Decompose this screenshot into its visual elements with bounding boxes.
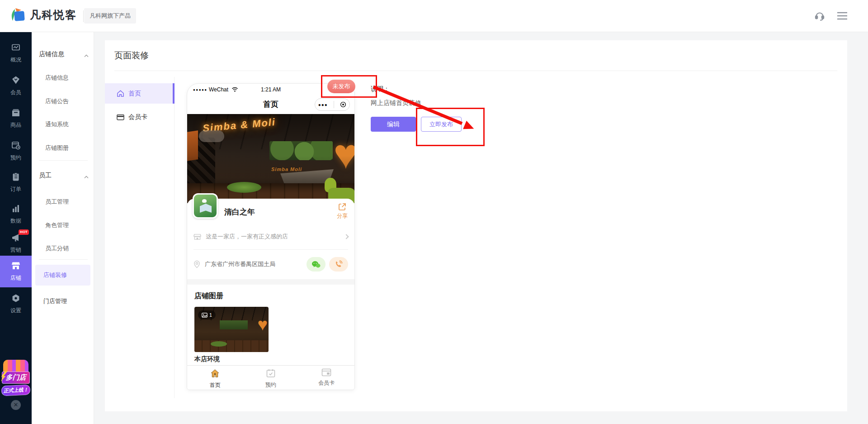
brand-name: 凡科悦客 [30,8,77,22]
annotation-arrow [362,81,497,140]
sidebar-item-shop[interactable]: 店铺 [0,256,32,287]
orders-icon [11,172,20,181]
sidebar-label: 设置 [0,307,32,314]
promo-line1: 多门店 [2,372,30,384]
phone-nav-bar: 首页 ●●● [187,95,354,114]
chevron-up-icon [84,52,89,59]
sidebar-item-marketing[interactable]: HOT 营销 [0,233,32,254]
settings-icon [11,294,20,303]
submenu-item-store-album[interactable]: 店铺图册 [45,144,69,152]
miniprogram-capsule[interactable]: ●●● [315,98,350,111]
submenu-item-staff-manage[interactable]: 员工管理 [45,198,69,206]
card-icon [117,114,124,120]
photo-count: 1 [209,312,212,318]
submenu-item-staff-distribution[interactable]: 员工分销 [45,244,69,252]
top-header: 凡科悦客 凡科网旗下产品 [0,0,868,32]
submenu-item-store-decorate[interactable]: 店铺装修 [35,265,90,286]
data-icon [11,204,20,213]
phone-preview: ●●●●● WeChat 1:21 AM 首页 ●●● [187,83,355,390]
sidebar-item-settings[interactable]: 设置 [0,294,32,314]
header-divider [83,10,84,22]
page-title: 页面装修 [114,50,149,62]
capsule-divider [334,101,334,108]
telephone-icon [335,260,343,268]
calendar-tab-icon [266,368,276,378]
submenu-item-role-manage[interactable]: 角色管理 [45,221,69,229]
sidebar-label: 会员 [0,89,32,96]
chevron-up-icon [84,173,89,180]
tab-label: 首页 [128,90,141,98]
store-address-row: 广东省广州市番禺区国土局 [187,254,354,275]
share-icon [338,202,347,211]
submenu-item-store-info[interactable]: 店铺信息 [45,74,69,82]
card-divider [193,249,348,250]
secondary-sidebar: 店铺信息 店铺信息 店铺公告 通知系统 店铺图册 员工 员工管理 角色管理 员工… [32,32,94,424]
photo-count-badge: 1 [198,310,216,319]
sidebar-item-data[interactable]: 数据 [0,204,32,225]
member-icon [11,76,20,85]
wechat-chat-button[interactable] [307,257,326,272]
sidebar-label: 商品 [0,121,32,129]
submenu-divider [39,259,88,260]
sidebar-label: 店铺 [0,274,32,282]
phone-tab-label: 首页 [187,381,243,389]
phone-tab-membercard[interactable]: 会员卡 [299,366,354,390]
sidebar-item-goods[interactable]: 商品 [0,108,32,129]
promo-close-icon[interactable]: ✕ [11,400,21,410]
store-desc-row[interactable]: 这是一家店，一家有正义感的店 [187,228,354,246]
store-name: 清白之年 [224,207,255,217]
submenu-item-branch-manage[interactable]: 门店管理 [35,291,90,312]
share-label: 分享 [337,213,348,219]
brand-tag: 凡科网旗下产品 [84,8,136,24]
sidebar-item-overview[interactable]: 概况 [0,43,32,64]
image-icon [202,313,208,318]
brand-logo-icon [9,7,26,23]
gallery-thumbnail[interactable]: ♥ 1 [194,307,269,352]
tab-label: 会员卡 [128,113,147,121]
dashboard-icon [11,43,20,52]
phone-screen: ●●●●● WeChat 1:21 AM 首页 ●●● [187,84,354,366]
phone-tab-home[interactable]: 首页 [187,366,243,390]
shop-small-icon [193,233,201,240]
group-title: 员工 [39,172,52,179]
location-pin-icon [193,260,200,268]
primary-sidebar: 概况 会员 商品 预约 订单 数据 HOT 营销 店 [0,32,32,424]
sidebar-label: 预约 [0,154,32,162]
submenu-item-store-notice[interactable]: 店铺公告 [45,97,69,105]
more-dots-icon[interactable]: ●●● [318,102,328,107]
tab-home[interactable]: 首页 [105,83,175,104]
heart-graphic-small: ♥ [257,316,268,333]
brand-logo[interactable]: 凡科悦客 [9,7,77,23]
submenu-group-storeinfo[interactable]: 店铺信息 [39,50,89,58]
phone-tab-booking[interactable]: 预约 [243,366,298,390]
title-divider [114,71,837,71]
tab-membercard[interactable]: 会员卡 [105,107,175,127]
sidebar-item-members[interactable]: 会员 [0,76,32,96]
submenu-divider [39,160,88,161]
sidebar-item-booking[interactable]: 预约 [0,141,32,162]
promo-multistore-badge[interactable]: 多门店 正式上线！ [0,360,32,395]
hot-badge: HOT [19,229,29,235]
phone-tab-label: 会员卡 [299,379,354,387]
store-avatar[interactable] [193,193,218,219]
home-icon [117,90,124,97]
shop-icon [11,261,20,270]
booking-icon [11,141,20,150]
phone-tab-label: 预约 [243,381,298,389]
page-tab-list: 首页 会员卡 [105,77,175,398]
sidebar-item-orders[interactable]: 订单 [0,172,32,193]
section-separator [187,279,354,285]
submenu-group-staff[interactable]: 员工 [39,172,89,180]
store-hero-image: Simba & Moli ♥ Simba Moli [187,114,354,203]
share-button[interactable]: 分享 [337,202,348,220]
menu-hamburger-icon[interactable] [836,11,848,23]
phone-call-button[interactable] [329,257,348,272]
group-title: 店铺信息 [39,50,64,57]
wechat-icon [311,261,321,268]
exit-target-icon[interactable] [340,101,346,108]
store-desc: 这是一家店，一家有正义感的店 [206,233,344,241]
sidebar-label: 营销 [0,246,32,254]
support-headset-icon[interactable] [814,10,826,24]
goods-icon [11,108,20,117]
submenu-item-notify-system[interactable]: 通知系统 [45,120,69,129]
